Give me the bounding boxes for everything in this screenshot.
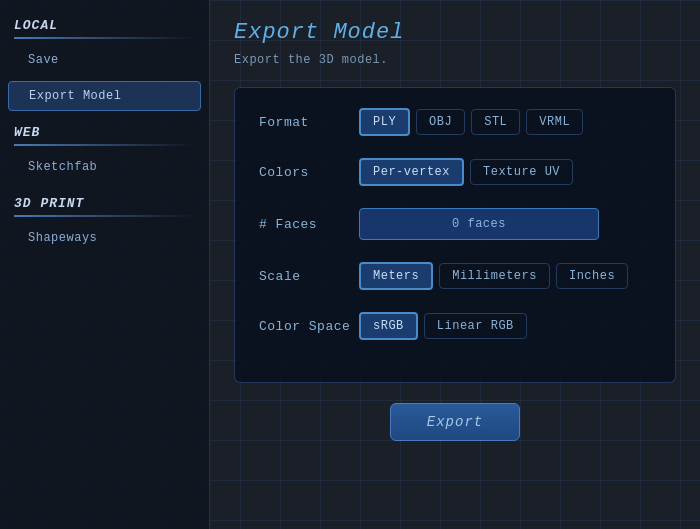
export-button[interactable]: Export [390,403,520,441]
sidebar-item-shapeways[interactable]: Shapeways [0,223,209,253]
sidebar-section-title-3dprint: 3D Print [0,188,209,213]
sidebar-section-title-web: Web [0,117,209,142]
faces-row: # Faces 0 faces [259,208,651,240]
sidebar-item-export-model[interactable]: Export Model [8,81,201,111]
format-row: Format PLY OBJ STL VRML [259,108,651,136]
sidebar-section-line-local [14,37,195,39]
format-label: Format [259,115,359,130]
sidebar-section-web: Web Sketchfab [0,117,209,182]
page-title: Export Model [234,20,676,45]
scale-label: Scale [259,269,359,284]
sidebar-section-title-local: Local [0,10,209,35]
sidebar-section-3dprint: 3D Print Shapeways [0,188,209,253]
color-space-label: Color Space [259,319,359,334]
sidebar: Local Save Export Model Web Sketchfab 3D… [0,0,210,529]
sidebar-section-line-web [14,144,195,146]
main-content: Export Model Export the 3D model. Format… [210,0,700,529]
export-button-container: Export [234,403,676,441]
colors-texture-uv-button[interactable]: Texture UV [470,159,573,185]
colors-row: Colors Per-vertex Texture UV [259,158,651,186]
scale-inches-button[interactable]: Inches [556,263,628,289]
scale-row: Scale Meters Millimeters Inches [259,262,651,290]
colors-options: Per-vertex Texture UV [359,158,573,186]
format-ply-button[interactable]: PLY [359,108,410,136]
color-space-linear-rgb-button[interactable]: Linear RGB [424,313,527,339]
scale-meters-button[interactable]: Meters [359,262,433,290]
sidebar-section-line-3dprint [14,215,195,217]
format-options: PLY OBJ STL VRML [359,108,583,136]
export-panel: Format PLY OBJ STL VRML Colors Per-verte… [234,87,676,383]
format-stl-button[interactable]: STL [471,109,520,135]
format-obj-button[interactable]: OBJ [416,109,465,135]
sidebar-section-export: Export Model [0,81,209,111]
sidebar-item-sketchfab[interactable]: Sketchfab [0,152,209,182]
color-space-row: Color Space sRGB Linear RGB [259,312,651,340]
scale-options: Meters Millimeters Inches [359,262,628,290]
page-subtitle: Export the 3D model. [234,53,676,67]
faces-label: # Faces [259,217,359,232]
format-vrml-button[interactable]: VRML [526,109,583,135]
colors-per-vertex-button[interactable]: Per-vertex [359,158,464,186]
faces-button[interactable]: 0 faces [359,208,599,240]
scale-millimeters-button[interactable]: Millimeters [439,263,550,289]
sidebar-item-save[interactable]: Save [0,45,209,75]
sidebar-section-local: Local Save [0,10,209,75]
color-space-options: sRGB Linear RGB [359,312,527,340]
colors-label: Colors [259,165,359,180]
color-space-srgb-button[interactable]: sRGB [359,312,418,340]
